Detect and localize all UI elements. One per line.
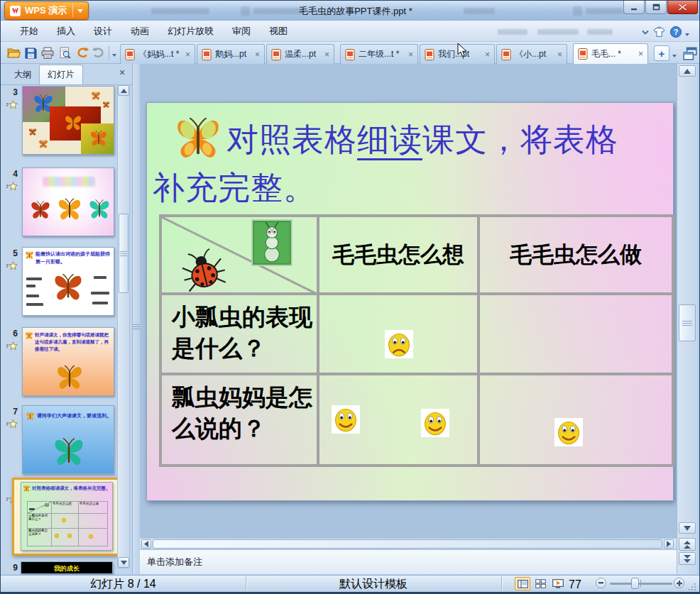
help-caret-icon[interactable] bbox=[685, 33, 689, 38]
slide-thumbnail-7[interactable]: 请同学们大声读课文，要读流利。 bbox=[22, 405, 114, 474]
slide-thumbnail-4[interactable] bbox=[22, 167, 114, 236]
menu-item-review[interactable]: 审阅 bbox=[223, 21, 260, 42]
print-preview-button[interactable] bbox=[56, 44, 73, 61]
app-menu-button[interactable]: WPS 演示 bbox=[4, 1, 89, 20]
design-template-button[interactable]: 默认设计模板 bbox=[246, 577, 501, 592]
doc-tab[interactable]: 《小...pt × bbox=[496, 44, 567, 64]
butterfly-icon[interactable] bbox=[174, 111, 222, 165]
doc-tab[interactable]: 鹅妈...pt × bbox=[197, 44, 265, 64]
new-tab-button[interactable]: + bbox=[654, 45, 669, 61]
slide-thumbnail-8[interactable]: 对照表格细读课文，将表格补充完整。 毛毛虫怎么想 毛毛虫怎么做 小瓢虫的表现是什… bbox=[21, 482, 113, 551]
table-header-do[interactable]: 毛毛虫怎么做 bbox=[480, 217, 672, 295]
normal-view-button[interactable] bbox=[515, 577, 530, 590]
doc-tab-close-button[interactable]: × bbox=[638, 50, 643, 58]
slide-thumbnail-3[interactable] bbox=[22, 86, 114, 155]
butterfly-image bbox=[53, 436, 85, 468]
save-button[interactable] bbox=[22, 44, 39, 61]
ppt-doc-icon bbox=[425, 49, 434, 60]
doc-tab-close-button[interactable]: × bbox=[557, 50, 562, 59]
print-button[interactable] bbox=[39, 44, 56, 61]
arrange-windows-button[interactable] bbox=[682, 45, 698, 65]
sad-face-image[interactable] bbox=[385, 330, 413, 358]
slide-title-line2[interactable]: 补充完整。 bbox=[153, 167, 316, 209]
slide-thumbnail-5[interactable]: 能最快认读出词语的孩子就能获得第一只彩蝶。 bbox=[22, 247, 114, 316]
doc-tab[interactable]: 温柔...pt × bbox=[266, 44, 334, 64]
ribbon-collapse-chevron-icon[interactable] bbox=[641, 30, 650, 35]
sidebar-scroll-down-button[interactable] bbox=[118, 557, 129, 568]
scroll-up-button[interactable] bbox=[679, 65, 696, 77]
open-button[interactable] bbox=[5, 44, 22, 61]
slide-title-line1[interactable]: 对照表格细读课文，将表格 bbox=[226, 119, 618, 161]
close-button[interactable] bbox=[667, 1, 698, 14]
table-cell-do-1[interactable] bbox=[480, 295, 672, 375]
vertical-scroll-thumb[interactable] bbox=[679, 304, 696, 341]
butterfly-icon bbox=[26, 412, 35, 421]
app-menu-label: WPS 演示 bbox=[25, 4, 67, 17]
skin-button[interactable] bbox=[652, 26, 666, 41]
previous-slide-button[interactable] bbox=[679, 538, 696, 551]
slide-thumbnail-9[interactable]: 我的成长 bbox=[21, 561, 113, 574]
help-button[interactable]: ? bbox=[669, 26, 682, 41]
menu-item-view[interactable]: 视图 bbox=[260, 21, 297, 42]
doc-tab-active[interactable]: 毛毛... * × bbox=[573, 43, 648, 64]
smiley-face-image[interactable] bbox=[332, 405, 360, 434]
doc-tab-close-button[interactable]: × bbox=[185, 50, 190, 59]
maximize-button[interactable] bbox=[645, 1, 667, 14]
slide-thumbnail-6[interactable]: 轻声读课文，你觉得哪句话难读就把这句话多读几遍，直到读通顺了，再接着往下读。 bbox=[22, 327, 114, 396]
horizontal-scroll-thumb[interactable] bbox=[153, 539, 662, 549]
scroll-left-button[interactable] bbox=[141, 539, 151, 549]
sidebar-scrollbar[interactable] bbox=[117, 84, 130, 568]
slide-panel-close-button[interactable]: × bbox=[116, 67, 128, 78]
slideshow-button[interactable] bbox=[550, 577, 566, 590]
animation-star-icon[interactable] bbox=[6, 100, 18, 109]
table-question-2[interactable]: 瓢虫妈妈是怎么说的？ bbox=[162, 375, 319, 464]
tab-outline[interactable]: 大纲 bbox=[6, 65, 39, 84]
undo-button[interactable] bbox=[73, 44, 90, 61]
tab-slides[interactable]: 幻灯片 bbox=[39, 65, 83, 84]
table-question-1[interactable]: 小瓢虫的表现是什么？ bbox=[162, 295, 319, 375]
table-header-think[interactable]: 毛毛虫怎么想 bbox=[319, 217, 480, 295]
minimize-button[interactable] bbox=[623, 1, 645, 14]
slide-table[interactable]: 毛毛虫怎么想 毛毛虫怎么做 小瓢虫的表现是什么？ 瓢虫妈妈是怎么说的？ bbox=[159, 214, 674, 467]
sidebar-scroll-up-button[interactable] bbox=[118, 85, 129, 96]
doc-tab-close-button[interactable]: × bbox=[324, 50, 329, 59]
menu-item-animation[interactable]: 动画 bbox=[121, 21, 158, 42]
scroll-down-button[interactable] bbox=[679, 522, 696, 534]
menu-item-home[interactable]: 开始 bbox=[11, 21, 48, 42]
slide-sorter-view-button[interactable] bbox=[532, 577, 548, 590]
zoom-slider-handle[interactable] bbox=[631, 578, 639, 589]
notes-area[interactable]: 单击添加备注 bbox=[140, 549, 677, 574]
doc-tab-close-button[interactable]: × bbox=[408, 50, 413, 59]
slide-canvas[interactable]: 对照表格细读课文，将表格 补充完整。 bbox=[146, 102, 674, 501]
caterpillar-image[interactable] bbox=[251, 219, 292, 266]
smiley-face-image[interactable] bbox=[421, 409, 449, 437]
doc-tab[interactable]: 《妈妈...t * × bbox=[120, 44, 195, 64]
save-icon bbox=[25, 47, 37, 59]
menu-item-design[interactable]: 设计 bbox=[84, 21, 121, 42]
zoom-out-button[interactable] bbox=[596, 578, 606, 588]
doc-tab-label: 鹅妈...pt bbox=[215, 48, 246, 60]
animation-star-icon[interactable] bbox=[6, 261, 18, 270]
menu-item-slideshow[interactable]: 幻灯片放映 bbox=[158, 21, 223, 42]
toolbar-more-caret-icon[interactable] bbox=[112, 54, 116, 59]
animation-star-icon[interactable] bbox=[6, 182, 18, 191]
table-corner-cell[interactable] bbox=[162, 217, 319, 295]
doc-tab-close-button[interactable]: × bbox=[255, 50, 260, 59]
zoom-in-button[interactable] bbox=[674, 578, 684, 588]
animation-star-icon[interactable] bbox=[6, 419, 18, 429]
menu-item-insert[interactable]: 插入 bbox=[48, 21, 84, 42]
new-tab-caret-icon[interactable] bbox=[672, 55, 677, 60]
zoom-slider-track[interactable] bbox=[610, 583, 672, 585]
minus-icon bbox=[598, 582, 603, 584]
sidebar-scroll-thumb[interactable] bbox=[119, 214, 128, 293]
redo-button[interactable] bbox=[90, 44, 107, 61]
panel-splitter[interactable] bbox=[133, 64, 140, 574]
doc-tab-close-button[interactable]: × bbox=[485, 50, 490, 59]
doc-tab[interactable]: 二年级...t * × bbox=[340, 44, 418, 64]
notes-placeholder: 单击添加备注 bbox=[147, 556, 202, 567]
next-slide-button[interactable] bbox=[679, 552, 696, 565]
smiley-face-image[interactable] bbox=[554, 418, 583, 446]
scroll-right-button[interactable] bbox=[664, 539, 674, 549]
animation-star-icon[interactable] bbox=[6, 341, 18, 351]
ladybug-image[interactable] bbox=[182, 243, 226, 297]
